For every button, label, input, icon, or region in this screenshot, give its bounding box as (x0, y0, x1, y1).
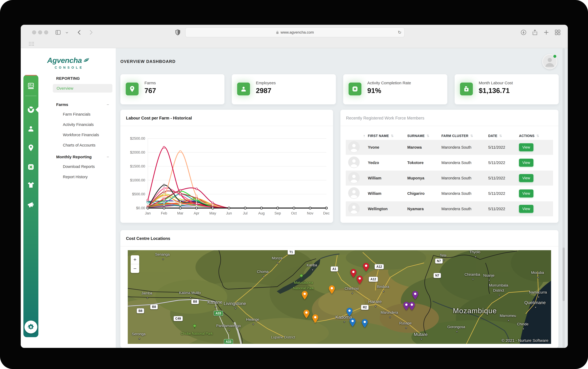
tab-overview-icon[interactable] (554, 29, 561, 36)
sort-both-icon[interactable]: ⇅ (536, 134, 539, 138)
table-header-surname[interactable]: SURNAME⇅ (407, 134, 441, 138)
gear-icon (27, 323, 35, 331)
series-line (148, 205, 326, 208)
menu-section-label: REPORTING (56, 76, 80, 81)
url-bar[interactable]: www.agvencha.com ↻ (185, 27, 405, 37)
sort-both-icon[interactable]: ⇅ (499, 134, 502, 138)
map-marker-blue[interactable] (346, 308, 353, 317)
rail-map-pin-button[interactable] (23, 141, 38, 154)
sidebar-item-download-reports[interactable]: Download Reports (63, 164, 95, 169)
map-place-dot (352, 293, 353, 294)
privacy-shield-icon[interactable] (174, 29, 181, 36)
road-shield: B8 (191, 299, 199, 304)
workforce-table-card: Recently Registered Work Force Members ↑… (340, 110, 558, 223)
map-marker-orange[interactable] (303, 310, 310, 318)
megaphone-icon (27, 201, 35, 209)
map-marker-red[interactable] (350, 269, 356, 277)
map-marker-purple[interactable] (409, 302, 415, 310)
sidebar-item-charts-of-accounts[interactable]: Charts of Accounts (63, 143, 95, 147)
sort-asc-icon[interactable]: ↑ (363, 134, 365, 138)
online-status-dot (553, 54, 557, 58)
new-tab-icon[interactable] (543, 29, 549, 36)
window-close-button[interactable] (32, 30, 36, 34)
x-tick-label: Nov (307, 211, 314, 215)
cost-centre-map[interactable]: + − SenangaMonzeKaribaChomaTeteThyoloMat… (128, 250, 551, 344)
rail-report-button[interactable] (23, 79, 38, 92)
x-tick-label: Jun (226, 211, 232, 215)
rail-megaphone-button[interactable] (23, 198, 38, 212)
map-label: Thyolo (469, 250, 480, 254)
table-row: YvoneMarowaMarondera South5/11/2022View (346, 140, 553, 155)
cell-date: 5/11/2022 (488, 161, 519, 165)
row-avatar (348, 203, 360, 214)
chevron-down-icon[interactable] (65, 31, 69, 35)
map-marker-blue[interactable] (350, 318, 356, 327)
table-header-farm-cluster[interactable]: FARM CLUSTER⇅ (441, 134, 488, 138)
menu-group-label: Farms (56, 102, 68, 107)
data-point (196, 197, 197, 199)
view-button[interactable]: View (519, 159, 533, 167)
map-place-dot (312, 269, 313, 271)
zoom-out-button[interactable]: − (131, 264, 139, 273)
sidebar-item-activity-financials[interactable]: Activity Financials (63, 123, 94, 127)
view-button[interactable]: View (519, 205, 533, 213)
rail-x-square-button[interactable] (23, 160, 38, 174)
map-marker-red[interactable] (363, 263, 369, 271)
sort-both-icon[interactable]: ⇅ (470, 134, 473, 138)
sidebar-toggle-icon[interactable] (55, 29, 61, 36)
collapse-icon[interactable]: − (107, 102, 112, 107)
stat-value: $1,136.71 (479, 87, 510, 95)
sort-both-icon[interactable]: ⇅ (391, 134, 394, 138)
back-button[interactable] (76, 29, 83, 36)
cell-surname: Muponya (407, 176, 441, 180)
map-marker-red[interactable] (357, 276, 363, 284)
workforce-table: ↑FIRST NAME⇅SURNAME⇅FARM CLUSTER⇅DATE⇅AC… (346, 132, 553, 217)
view-button[interactable]: View (519, 189, 533, 197)
share-icon[interactable] (532, 29, 538, 36)
favorites-grid-icon[interactable] (29, 42, 34, 46)
map-label: Rusape (399, 321, 412, 325)
sidebar-item-workforce-financials[interactable]: Workforce Financials (63, 133, 99, 137)
stat-card-employees: Employees2987 (232, 74, 336, 104)
collapse-icon[interactable]: − (107, 155, 112, 159)
downloads-icon[interactable] (520, 29, 527, 36)
sidebar-item-report-history[interactable]: Report History (63, 175, 88, 179)
table-header-first-name[interactable]: FIRST NAME⇅ (368, 134, 407, 138)
rail-pie-chart-button[interactable] (23, 103, 38, 116)
menu-group-farms[interactable]: Farms− (56, 102, 112, 107)
table-header-actions[interactable]: ACTIONS⇅ (519, 134, 553, 138)
sidebar-item-overview[interactable]: Overview (53, 84, 112, 92)
view-button[interactable]: View (519, 174, 533, 182)
user-avatar[interactable] (542, 54, 557, 69)
menu-group-monthly-reporting[interactable]: Monthly Reporting− (56, 155, 112, 159)
road-shield: R2 (361, 305, 369, 310)
table-header-row: ↑FIRST NAME⇅SURNAME⇅FARM CLUSTER⇅DATE⇅AC… (346, 132, 553, 140)
map-marker-purple[interactable] (412, 291, 418, 299)
map-place-dot (535, 307, 536, 308)
table-header-date[interactable]: DATE⇅ (488, 134, 519, 138)
forward-button[interactable] (88, 29, 94, 36)
settings-button[interactable] (24, 321, 37, 333)
stat-value: 767 (144, 87, 156, 95)
view-button[interactable]: View (519, 143, 533, 151)
map-marker-orange[interactable] (329, 285, 335, 294)
map-marker-blue[interactable] (362, 319, 368, 328)
reload-icon[interactable]: ↻ (398, 30, 401, 35)
map-marker-purple[interactable] (403, 302, 409, 310)
map-marker-orange[interactable] (302, 291, 308, 299)
cell-first-name: Yedzo (368, 161, 407, 165)
series-line (148, 204, 326, 208)
window-zoom-button[interactable] (44, 30, 48, 34)
divider (120, 126, 333, 126)
map-marker-orange[interactable] (312, 314, 318, 323)
rail-person-button[interactable] (23, 122, 38, 135)
rail-tshirt-button[interactable] (23, 178, 38, 192)
data-point (196, 188, 197, 190)
scrollbar-thumb[interactable] (563, 247, 565, 301)
window-minimize-button[interactable] (38, 30, 42, 34)
sort-both-icon[interactable]: ⇅ (426, 134, 429, 138)
stat-card-farms: Farms767 (120, 74, 224, 104)
zoom-in-button[interactable]: + (131, 255, 139, 264)
stat-icon-tile (237, 82, 250, 95)
sidebar-item-farm-financials[interactable]: Farm Financials (63, 112, 91, 117)
